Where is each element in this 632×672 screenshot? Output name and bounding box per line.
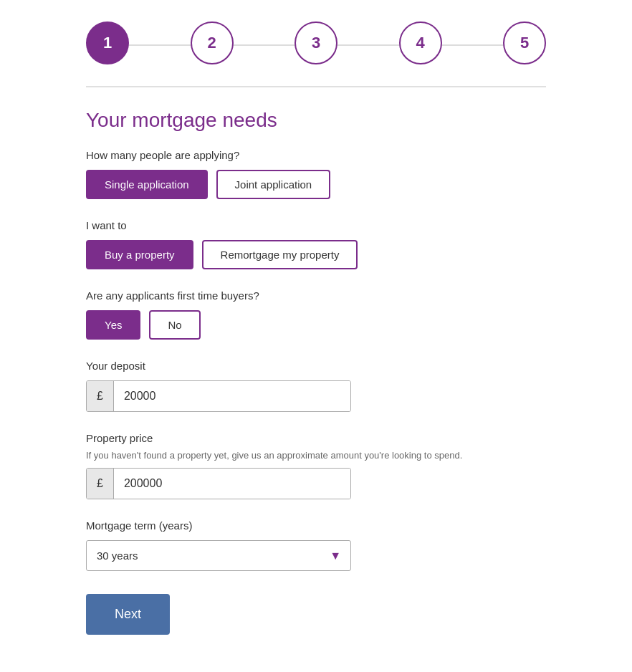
first-time-button-group: Yes No xyxy=(86,310,546,340)
intent-section: I want to Buy a property Remortgage my p… xyxy=(86,219,546,269)
intent-label: I want to xyxy=(86,219,546,231)
deposit-input-group: £ xyxy=(86,380,351,412)
applicants-label: How many people are applying? xyxy=(86,149,546,161)
property-price-hint: If you haven't found a property yet, giv… xyxy=(86,450,546,461)
applicants-button-group: Single application Joint application xyxy=(86,170,546,199)
deposit-prefix: £ xyxy=(87,381,114,411)
property-price-prefix: £ xyxy=(87,469,114,499)
intent-button-group: Buy a property Remortgage my property xyxy=(86,240,546,269)
stepper: 1 2 3 4 5 xyxy=(86,21,546,64)
mortgage-term-dropdown-container: 5 years 10 years 15 years 20 years 25 ye… xyxy=(86,540,351,571)
next-button[interactable]: Next xyxy=(86,594,170,635)
property-price-input-group: £ xyxy=(86,468,351,499)
first-time-section: Are any applicants first time buyers? Ye… xyxy=(86,289,546,340)
step-1[interactable]: 1 xyxy=(86,21,129,64)
step-4[interactable]: 4 xyxy=(399,21,442,64)
buy-property-button[interactable]: Buy a property xyxy=(86,240,193,269)
single-application-button[interactable]: Single application xyxy=(86,170,208,199)
remortgage-button[interactable]: Remortgage my property xyxy=(202,240,358,269)
deposit-input[interactable] xyxy=(114,381,350,411)
deposit-section: Your deposit £ xyxy=(86,360,546,412)
deposit-label: Your deposit xyxy=(86,360,546,372)
first-time-label: Are any applicants first time buyers? xyxy=(86,289,546,302)
mortgage-term-section: Mortgage term (years) 5 years 10 years 1… xyxy=(86,519,546,571)
property-price-section: Property price If you haven't found a pr… xyxy=(86,432,546,499)
property-price-input[interactable] xyxy=(114,469,350,499)
step-5[interactable]: 5 xyxy=(503,21,546,64)
page-container: 1 2 3 4 5 Your mortgage needs How many p… xyxy=(0,0,632,672)
yes-button[interactable]: Yes xyxy=(86,310,140,340)
applicants-section: How many people are applying? Single app… xyxy=(86,149,546,199)
mortgage-term-select[interactable]: 5 years 10 years 15 years 20 years 25 ye… xyxy=(86,540,351,571)
section-title: Your mortgage needs xyxy=(86,109,546,132)
step-3[interactable]: 3 xyxy=(295,21,337,64)
step-2[interactable]: 2 xyxy=(191,21,234,64)
mortgage-term-label: Mortgage term (years) xyxy=(86,519,546,532)
no-button[interactable]: No xyxy=(149,310,200,340)
property-price-label: Property price xyxy=(86,432,546,444)
stepper-divider xyxy=(86,86,546,87)
joint-application-button[interactable]: Joint application xyxy=(216,170,331,199)
